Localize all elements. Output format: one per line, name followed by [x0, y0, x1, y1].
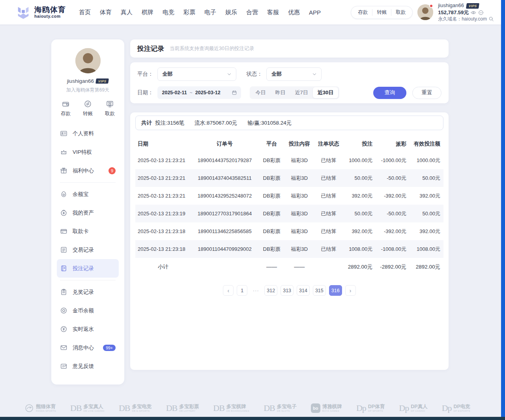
filter-panel: 平台： 全部 状态： 全部 日期： 2025-02-11 ~ 2025-03-1…	[130, 62, 449, 103]
date-separator: ~	[190, 90, 193, 95]
calendar-icon	[232, 90, 237, 95]
rebate-icon	[60, 325, 67, 333]
brand-db-slots[interactable]: DB 多宝电子DB SLOTS	[264, 404, 297, 413]
summary-total-label: 共计	[141, 119, 152, 127]
sidebar-transfer-button[interactable]: 转账	[83, 100, 93, 117]
logo-icon	[16, 5, 31, 20]
permanent-domain: 永久域名：haiouty.com	[438, 16, 487, 22]
page-title: 投注记录	[137, 44, 164, 53]
sidebar-item-assets[interactable]: 我的资产	[57, 203, 119, 222]
sidebar-item-rebate[interactable]: 实时返水	[57, 320, 119, 338]
sidebar-avatar[interactable]	[75, 48, 101, 73]
dp-logo-icon: Dp	[356, 404, 366, 413]
nav-item-affiliate[interactable]: 合营	[245, 6, 259, 19]
table-row: 2025-02-13 21:23:18 1890011044709929002 …	[135, 240, 443, 258]
withdraw-button[interactable]: 取款	[391, 9, 410, 16]
brand-boya[interactable]: bo 博雅棋牌BOYA GAMES	[311, 403, 342, 413]
table-row: 2025-02-13 21:23:21 1890014437520179287 …	[135, 151, 443, 169]
col-header-content: 投注内容	[285, 136, 314, 151]
brand-db-live[interactable]: DB 多宝真人DB LIVE CASINO	[70, 404, 105, 413]
platform-select[interactable]: 全部	[157, 67, 236, 81]
sidebar-item-redeem-records[interactable]: 兑奖记录	[57, 283, 119, 301]
pagination-ellipsis[interactable]: ···	[251, 285, 261, 296]
date-range-picker[interactable]: 2025-02-11 ~ 2025-03-12	[157, 86, 241, 99]
sidebar-item-vip[interactable]: VIP特权	[57, 143, 119, 161]
sidebar-quick-actions: 存款 转账 取款	[51, 93, 124, 123]
col-header-bet: 投注	[343, 136, 376, 151]
page-button-312[interactable]: 312	[264, 285, 277, 296]
platform-filter-label: 平台：	[137, 71, 153, 78]
wallet-quick-actions: 存款 转账 取款	[351, 6, 413, 19]
search-button[interactable]: 查询	[373, 87, 406, 99]
top-bar: 海鸥体育 haiouty.com 首页 体育 真人 棋牌 电竞 彩票 电子 娱乐…	[0, 0, 501, 24]
range-30days[interactable]: 近30日	[313, 87, 338, 98]
subtotal-label: 小计	[135, 258, 191, 276]
sidebar-item-profile[interactable]: 个人资料	[57, 124, 119, 143]
date-end: 2025-03-12	[195, 90, 221, 95]
brand-db-lottery[interactable]: DB 多宝彩票DB LOTTERY	[166, 404, 199, 413]
range-7days[interactable]: 近7日	[290, 87, 313, 98]
sidebar-item-yuebao[interactable]: 余额宝	[57, 185, 119, 203]
prev-page-button[interactable]: ‹	[223, 285, 234, 296]
feedback-icon	[60, 362, 67, 370]
user-info: jiushigan66 VIP5 152,787.59元 永久域名：haiout…	[438, 2, 494, 22]
page-button-315[interactable]: 315	[313, 285, 326, 296]
nav-item-slots[interactable]: 电子	[203, 6, 217, 19]
nav-item-entertainment[interactable]: 娱乐	[224, 6, 238, 19]
sidebar-item-withdraw-card[interactable]: 取款卡	[57, 222, 119, 241]
nav-item-sports[interactable]: 体育	[99, 6, 113, 19]
chevron-circle-icon[interactable]	[478, 10, 484, 15]
bottom-edge-bar	[0, 417, 505, 420]
page-button-316-active[interactable]: 316	[329, 285, 342, 296]
table-row: 2025-02-13 21:23:21 1890014374043582511 …	[135, 169, 443, 187]
atm-icon	[106, 100, 114, 108]
sidebar-item-feedback[interactable]: 意见反馈	[57, 357, 119, 375]
sidebar-item-coin-balance[interactable]: 金币余额	[57, 301, 119, 320]
user-avatar-wrap[interactable]	[417, 4, 433, 20]
eye-icon[interactable]	[471, 10, 476, 15]
sidebar-deposit-button[interactable]: 存款	[61, 100, 71, 117]
page-button-314[interactable]: 314	[297, 285, 310, 296]
search-icon[interactable]	[488, 16, 494, 22]
menu-divider	[60, 182, 116, 183]
db-logo-icon: DB	[264, 404, 275, 413]
site-logo[interactable]: 海鸥体育 haiouty.com	[16, 5, 66, 20]
crown-icon	[60, 148, 67, 156]
sidebar-item-messages[interactable]: 消息中心 99+	[57, 338, 119, 357]
nav-item-boardgames[interactable]: 棋牌	[140, 6, 155, 19]
sidebar-withdraw-button[interactable]: 取款	[105, 100, 115, 117]
col-header-order: 订单号	[191, 136, 259, 151]
reset-button[interactable]: 重置	[412, 87, 441, 99]
transfer-button[interactable]: 转账	[372, 9, 391, 16]
nav-item-service[interactable]: 客服	[266, 6, 280, 19]
chevron-down-icon	[226, 71, 232, 77]
status-select[interactable]: 全部	[266, 67, 322, 81]
deposit-button[interactable]: 存款	[354, 9, 372, 16]
nav-item-home[interactable]: 首页	[78, 6, 92, 19]
sidebar-item-transactions[interactable]: 交易记录	[57, 241, 119, 259]
brand-dp-sports[interactable]: Dp DP体育DP SPORTS	[356, 404, 385, 413]
menu-divider	[60, 280, 116, 280]
nav-item-app[interactable]: APP	[308, 7, 322, 18]
brand-db-esports[interactable]: DB 多宝电竞DB E-SPORTS	[119, 404, 152, 413]
nav-item-esports[interactable]: 电竞	[161, 6, 176, 19]
redeem-icon	[60, 288, 67, 296]
page-button-313[interactable]: 313	[281, 285, 294, 296]
next-page-button[interactable]: ›	[345, 285, 356, 296]
notification-dot	[429, 4, 433, 8]
range-today[interactable]: 今日	[251, 87, 271, 98]
nav-item-lottery[interactable]: 彩票	[182, 6, 196, 19]
brand-dp-esports[interactable]: Dp DP电竞DP ESPORTS	[442, 404, 470, 413]
page-button-1[interactable]: 1	[237, 285, 247, 296]
sidebar-item-welfare[interactable]: 福利中心 9	[57, 161, 119, 180]
brand-panda-sports[interactable]: 熊猫体育PANDA SPORTS	[24, 403, 56, 413]
summary-bar: 共计 投注:3156笔 流水:875067.00元 输/赢:301058.24元	[135, 116, 443, 130]
brand-dp-live[interactable]: Dp DP真人DP CASINO	[399, 404, 427, 413]
sidebar-item-bet-records[interactable]: 投注记录	[57, 259, 119, 278]
yuebao-icon	[60, 190, 67, 198]
brand-db-boardgames[interactable]: DB 多宝棋牌DB BOARDGAMES	[213, 404, 249, 413]
range-yesterday[interactable]: 昨日	[271, 87, 290, 98]
nav-item-promo[interactable]: 优惠	[287, 6, 301, 19]
nav-item-live[interactable]: 真人	[120, 6, 134, 19]
welfare-badge: 9	[108, 167, 116, 174]
